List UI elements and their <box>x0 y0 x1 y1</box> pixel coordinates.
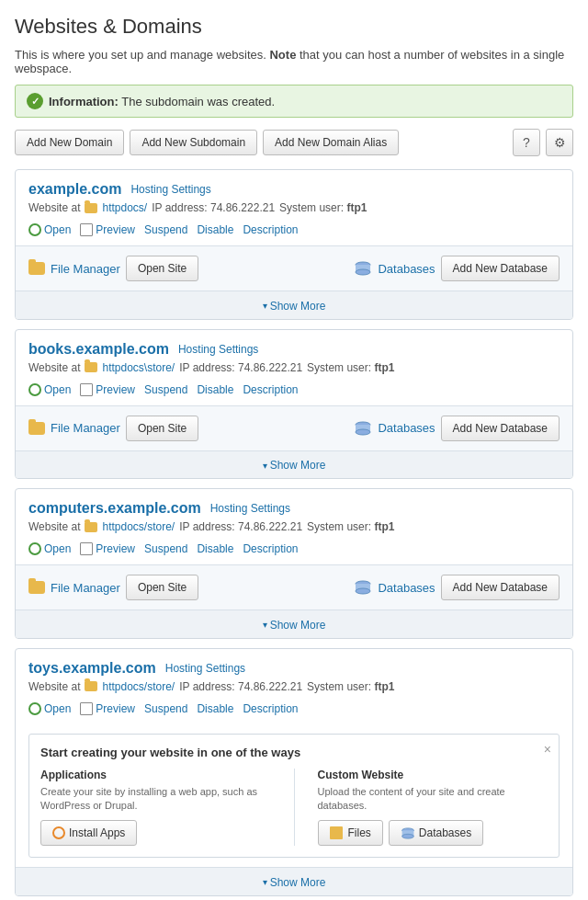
domain-actions: Open Preview Suspend Disable Description <box>16 380 572 405</box>
databases-link[interactable]: Databases <box>378 262 435 276</box>
open-link[interactable]: Open <box>28 702 71 715</box>
folder-icon <box>85 681 97 691</box>
globe-icon <box>28 223 41 236</box>
open-site-button[interactable]: Open Site <box>126 416 198 441</box>
hosting-settings-link[interactable]: Hosting Settings <box>178 343 258 356</box>
databases-link[interactable]: Databases <box>378 421 435 435</box>
svg-point-8 <box>356 588 370 594</box>
install-apps-button[interactable]: Install Apps <box>40 820 137 846</box>
httpdocs-link[interactable]: httpdocs/store/ <box>102 520 175 533</box>
preview-icon <box>80 383 93 396</box>
domain-actions: Open Preview Suspend Disable Description <box>16 539 572 564</box>
add-database-button[interactable]: Add New Database <box>441 575 560 600</box>
show-more-bar: ▾ Show More <box>16 609 572 638</box>
globe-icon <box>28 542 41 555</box>
svg-point-2 <box>356 269 370 275</box>
tools-left: File Manager Open Site <box>28 256 198 281</box>
open-link[interactable]: Open <box>28 223 71 236</box>
domain-actions: Open Preview Suspend Disable Description <box>16 699 572 724</box>
add-database-button[interactable]: Add New Database <box>441 256 560 281</box>
info-message: The subdomain was created. <box>121 95 275 108</box>
description-link[interactable]: Description <box>243 223 298 236</box>
databases-link[interactable]: Databases <box>378 581 435 595</box>
open-link[interactable]: Open <box>28 383 71 396</box>
add-database-button[interactable]: Add New Database <box>441 416 560 441</box>
databases-button[interactable]: Databases <box>389 820 483 846</box>
hosting-settings-link[interactable]: Hosting Settings <box>210 502 290 515</box>
preview-link[interactable]: Preview <box>80 383 135 396</box>
applications-actions: Install Apps <box>40 820 271 846</box>
show-more-bar: ▾ Show More <box>16 291 572 319</box>
file-manager-link[interactable]: File Manager <box>51 581 120 595</box>
domain-name-books[interactable]: books.example.com <box>28 341 169 358</box>
show-more-bar: ▾ Show More <box>16 867 572 895</box>
settings-button[interactable]: ⚙ <box>546 129 573 156</box>
domain-card-toys-example-com: toys.example.com Hosting Settings Websit… <box>15 648 573 896</box>
toolbar: Add New Domain Add New Subdomain Add New… <box>15 129 573 156</box>
ip-label: IP address: 74.86.222.21 <box>179 361 302 374</box>
file-manager-icon <box>28 422 45 435</box>
files-button[interactable]: Files <box>318 820 383 846</box>
db-icon <box>354 578 372 597</box>
file-manager-link[interactable]: File Manager <box>51 421 120 435</box>
httpdocs-link[interactable]: httpdocs\store/ <box>102 361 175 374</box>
tools-left: File Manager Open Site <box>28 416 198 441</box>
open-link[interactable]: Open <box>28 542 71 555</box>
domain-tools: File Manager Open Site Databases Add New… <box>16 405 572 450</box>
website-at-label: Website at <box>28 520 80 533</box>
domain-title-row: computers.example.com Hosting Settings <box>28 500 560 517</box>
applications-option: Applications Create your site by install… <box>40 769 271 847</box>
open-site-button[interactable]: Open Site <box>126 575 198 600</box>
databases-btn-label: Databases <box>419 826 471 839</box>
close-panel-button[interactable]: × <box>544 742 551 757</box>
preview-icon <box>80 702 93 715</box>
show-more-button[interactable]: ▾ Show More <box>263 876 326 889</box>
suspend-link[interactable]: Suspend <box>144 383 187 396</box>
suspend-link[interactable]: Suspend <box>144 702 187 715</box>
preview-link[interactable]: Preview <box>80 702 135 715</box>
hosting-settings-link[interactable]: Hosting Settings <box>165 662 245 675</box>
disable-link[interactable]: Disable <box>197 383 233 396</box>
tools-right: Databases Add New Database <box>354 416 560 441</box>
httpdocs-link[interactable]: httpdocs/ <box>102 201 147 214</box>
custom-actions: Files Databases <box>318 820 548 846</box>
show-more-button[interactable]: ▾ Show More <box>263 459 326 472</box>
file-manager-icon <box>28 581 45 594</box>
domain-header: computers.example.com Hosting Settings W… <box>16 489 572 533</box>
description-link[interactable]: Description <box>243 702 298 715</box>
domain-title-row: toys.example.com Hosting Settings <box>28 660 560 677</box>
files-icon <box>330 826 343 839</box>
description-link[interactable]: Description <box>243 542 298 555</box>
disable-link[interactable]: Disable <box>197 542 233 555</box>
add-domain-button[interactable]: Add New Domain <box>15 130 124 155</box>
applications-title: Applications <box>40 769 271 781</box>
domain-name-computers[interactable]: computers.example.com <box>28 500 201 517</box>
preview-link[interactable]: Preview <box>80 223 135 236</box>
domain-name-example-com[interactable]: example.com <box>28 181 121 198</box>
add-subdomain-button[interactable]: Add New Subdomain <box>130 130 257 155</box>
globe-icon <box>28 383 41 396</box>
options-divider <box>294 769 295 847</box>
suspend-link[interactable]: Suspend <box>144 223 187 236</box>
description-link[interactable]: Description <box>243 383 298 396</box>
disable-link[interactable]: Disable <box>197 702 233 715</box>
file-manager-link[interactable]: File Manager <box>51 262 120 276</box>
chevron-down-icon: ▾ <box>263 461 267 471</box>
help-button[interactable]: ? <box>513 129 540 156</box>
preview-link[interactable]: Preview <box>80 542 135 555</box>
suspend-link[interactable]: Suspend <box>144 542 187 555</box>
preview-icon <box>80 542 93 555</box>
add-domain-alias-button[interactable]: Add New Domain Alias <box>263 130 399 155</box>
domain-meta: Website at httpdocs/ IP address: 74.86.2… <box>28 201 560 214</box>
disable-link[interactable]: Disable <box>197 223 233 236</box>
httpdocs-link[interactable]: httpdocs/store/ <box>102 680 175 693</box>
file-manager-icon <box>28 262 45 275</box>
create-website-panel: Start creating your website in one of th… <box>28 734 560 859</box>
website-at-label: Website at <box>28 361 80 374</box>
show-more-button[interactable]: ▾ Show More <box>263 300 326 313</box>
hosting-settings-link[interactable]: Hosting Settings <box>130 183 210 196</box>
db-icon <box>354 419 372 438</box>
open-site-button[interactable]: Open Site <box>126 256 198 281</box>
domain-name-toys[interactable]: toys.example.com <box>28 660 156 677</box>
show-more-button[interactable]: ▾ Show More <box>263 619 326 632</box>
